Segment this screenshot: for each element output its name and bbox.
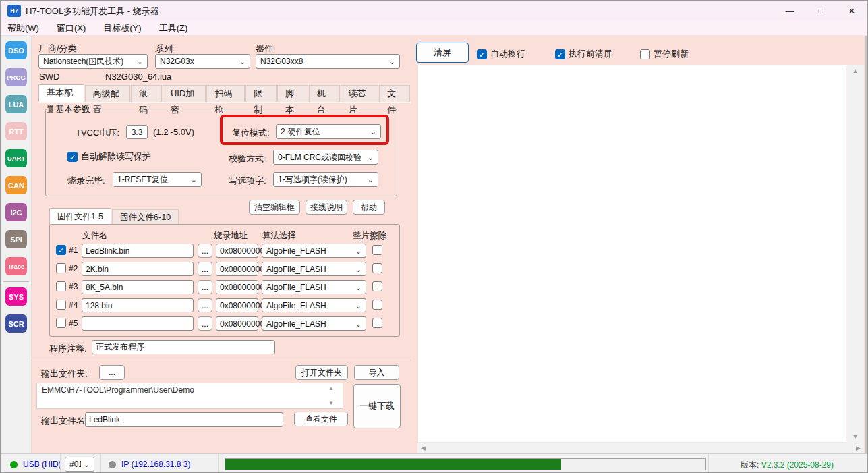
menu-window[interactable]: 窗口(X) bbox=[57, 22, 86, 34]
scroll-left-icon[interactable]: ◀ bbox=[421, 445, 426, 451]
close-button[interactable]: ✕ bbox=[836, 1, 867, 21]
reset-mode-select[interactable]: 2-硬件复位 ⌄ bbox=[276, 124, 381, 139]
import-button[interactable]: 导入 bbox=[354, 365, 399, 380]
firmware-filename-input[interactable] bbox=[82, 316, 194, 331]
firmware-filename-input[interactable]: 2K.bin bbox=[82, 262, 194, 276]
chevron-down-icon: ⌄ bbox=[368, 154, 374, 161]
firmware-algorithm-select[interactable]: AlgoFile_FLASH ⌄ bbox=[262, 262, 366, 276]
log-output-area[interactable] bbox=[417, 65, 846, 443]
firmware-erase-checkbox[interactable] bbox=[372, 263, 382, 273]
view-file-button[interactable]: 查看文件 bbox=[294, 412, 348, 426]
tab-machine[interactable]: 机台 bbox=[309, 85, 340, 102]
chevron-down-icon: ⌄ bbox=[355, 302, 361, 309]
sidebar-item-spi[interactable]: SPI bbox=[5, 230, 27, 248]
firmware-filename-input[interactable]: 8K_5A.bin bbox=[82, 280, 194, 294]
reset-mode-label: 复位模式: bbox=[232, 127, 270, 139]
sidebar-item-lua[interactable]: LUA bbox=[5, 95, 27, 113]
firmware-erase-checkbox[interactable] bbox=[372, 281, 382, 291]
tab-firmware-1-5[interactable]: 固件文件1-5 bbox=[49, 208, 111, 225]
clear-edit-button[interactable]: 清空编辑框 bbox=[249, 200, 300, 215]
maximize-button[interactable]: □ bbox=[805, 1, 836, 21]
clear-before-run-checkbox[interactable] bbox=[555, 49, 565, 59]
option-bytes-select[interactable]: 1-写选项字(读保护) ⌄ bbox=[273, 172, 378, 187]
tab-firmware-6-10[interactable]: 固件文件6-10 bbox=[112, 209, 179, 225]
wiring-help-button[interactable]: 接线说明 bbox=[306, 200, 347, 215]
firmware-erase-checkbox[interactable] bbox=[372, 318, 382, 328]
firmware-filename-input[interactable]: LedBlink.bin bbox=[82, 244, 194, 258]
series-select[interactable]: N32G03x ⌄ bbox=[155, 54, 250, 69]
firmware-address-input[interactable]: 0x08000000 bbox=[216, 280, 258, 294]
sidebar-item-scr[interactable]: SCR bbox=[5, 314, 27, 333]
menu-help[interactable]: 帮助(W) bbox=[7, 22, 39, 34]
firmware-browse-button[interactable]: ... bbox=[198, 316, 212, 331]
scroll-down-icon[interactable]: ▼ bbox=[852, 433, 859, 440]
port-select[interactable]: #01 ⌄ bbox=[65, 457, 94, 472]
firmware-erase-checkbox[interactable] bbox=[372, 245, 382, 255]
part-select[interactable]: N32G03xx8 ⌄ bbox=[256, 54, 400, 69]
menu-target-board[interactable]: 目标板(Y) bbox=[103, 22, 141, 34]
firmware-browse-button[interactable]: ... bbox=[198, 280, 212, 294]
scroll-right-icon[interactable]: ▶ bbox=[856, 445, 861, 451]
tab-scanner[interactable]: 扫码枪 bbox=[206, 85, 245, 102]
tab-file[interactable]: 文件 bbox=[379, 85, 410, 102]
after-program-select[interactable]: 1-RESET复位 ⌄ bbox=[113, 172, 202, 187]
firmware-enable-checkbox[interactable] bbox=[56, 300, 66, 310]
output-folder-browse-button[interactable]: ... bbox=[99, 365, 125, 380]
scroll-down-icon[interactable]: ▼ bbox=[328, 400, 334, 406]
program-note-input[interactable]: 正式发布程序 bbox=[92, 340, 275, 354]
open-folder-button[interactable]: 打开文件夹 bbox=[295, 365, 348, 380]
log-vertical-scrollbar[interactable]: ▲ ▼ bbox=[846, 65, 864, 443]
menu-tools[interactable]: 工具(Z) bbox=[159, 22, 188, 34]
sidebar-item-trace[interactable]: Trace bbox=[5, 257, 27, 275]
tab-limit[interactable]: 限制 bbox=[245, 85, 277, 102]
one-key-download-button[interactable]: 一键下载 bbox=[353, 384, 401, 428]
firmware-enable-checkbox[interactable] bbox=[56, 318, 66, 328]
firmware-algorithm-select[interactable]: AlgoFile_FLASH ⌄ bbox=[262, 280, 366, 294]
help-button[interactable]: 帮助 bbox=[353, 200, 385, 215]
sidebar-item-can[interactable]: CAN bbox=[5, 176, 27, 194]
tab-basic-config[interactable]: 基本配置 bbox=[38, 84, 84, 102]
sidebar-item-i2c[interactable]: I2C bbox=[5, 203, 27, 221]
sidebar-item-prog[interactable]: PROG bbox=[5, 68, 27, 86]
firmware-enable-checkbox[interactable] bbox=[56, 281, 66, 291]
path-scroll-arrows[interactable]: ▲ ▼ bbox=[328, 385, 334, 406]
firmware-address-input[interactable]: 0x08000000 bbox=[216, 316, 258, 331]
firmware-enable-checkbox[interactable] bbox=[56, 245, 66, 255]
firmware-enable-checkbox[interactable] bbox=[56, 263, 66, 273]
firmware-address-input[interactable]: 0x08000000 bbox=[216, 262, 258, 276]
firmware-browse-button[interactable]: ... bbox=[198, 244, 212, 258]
sidebar-item-rtt[interactable]: RTT bbox=[5, 122, 27, 140]
tab-script[interactable]: 脚本 bbox=[277, 85, 308, 102]
firmware-algorithm-select[interactable]: AlgoFile_FLASH ⌄ bbox=[262, 316, 366, 331]
output-folder-path[interactable]: EMMC\H7-TOOL\Programmer\User\Demo bbox=[36, 383, 343, 409]
firmware-address-input[interactable]: 0x08000000 bbox=[216, 298, 258, 312]
window-edge-scrollbar[interactable] bbox=[865, 36, 868, 453]
output-filename-input[interactable]: LedBlink bbox=[85, 412, 283, 427]
verify-mode-select[interactable]: 0-FLM CRC或读回校验 ⌄ bbox=[273, 150, 378, 165]
sidebar-item-dso[interactable]: DSO bbox=[5, 41, 27, 59]
firmware-browse-button[interactable]: ... bbox=[198, 262, 212, 276]
vendor-select[interactable]: Nationstech(国民技术) ⌄ bbox=[38, 54, 148, 69]
firmware-browse-button[interactable]: ... bbox=[198, 298, 212, 312]
minimize-button[interactable]: — bbox=[774, 1, 805, 21]
tab-uid-encrypt[interactable]: UID加密 bbox=[163, 85, 206, 102]
scroll-up-icon[interactable]: ▲ bbox=[852, 67, 859, 74]
pause-refresh-checkbox[interactable] bbox=[640, 49, 650, 59]
firmware-filename-input[interactable]: 128.bin bbox=[82, 298, 194, 312]
tab-read-chip[interactable]: 读芯片 bbox=[341, 85, 379, 102]
clear-screen-button[interactable]: 清屏 bbox=[416, 43, 469, 63]
tvcc-input[interactable]: 3.3 bbox=[126, 125, 148, 139]
close-icon: ✕ bbox=[848, 6, 856, 16]
firmware-erase-checkbox[interactable] bbox=[372, 300, 382, 310]
firmware-algorithm-select[interactable]: AlgoFile_FLASH ⌄ bbox=[262, 298, 366, 312]
auto-unprotect-checkbox[interactable] bbox=[67, 152, 78, 162]
log-horizontal-scrollbar[interactable]: ◀ ▶ bbox=[417, 443, 864, 453]
word-wrap-checkbox[interactable] bbox=[477, 49, 487, 59]
sidebar-item-uart[interactable]: UART bbox=[5, 149, 27, 167]
tab-rolling-code[interactable]: 滚码 bbox=[131, 85, 162, 102]
scroll-up-icon[interactable]: ▲ bbox=[328, 385, 334, 391]
firmware-address-input[interactable]: 0x08000000 bbox=[216, 244, 258, 258]
firmware-algorithm-select[interactable]: AlgoFile_FLASH ⌄ bbox=[262, 244, 366, 258]
sidebar-item-sys[interactable]: SYS bbox=[5, 287, 27, 306]
tab-advanced-config[interactable]: 高级配置 bbox=[85, 85, 131, 102]
